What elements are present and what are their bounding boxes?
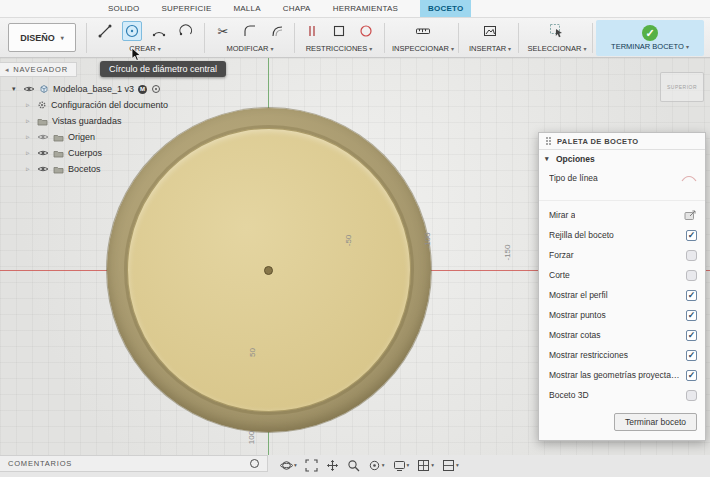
tab-boceto[interactable]: BOCETO (420, 0, 471, 17)
tab-malla[interactable]: MALLA (225, 0, 268, 17)
tree-row-root[interactable]: ▾ Modeloa_base_1 v3 M (0, 81, 190, 97)
palette-section-label: Opciones (556, 154, 595, 164)
expand-triangle-icon[interactable]: ▹ (26, 101, 33, 109)
chevron-down-icon: ▾ (583, 46, 586, 52)
browser-header[interactable]: ◂ NAVEGADOR (0, 62, 77, 77)
select-cursor-icon[interactable] (547, 21, 567, 41)
toolbar-divider (592, 23, 593, 53)
gear-icon (37, 100, 47, 110)
inspeccionar-menu-label: INSPECCIONAR (392, 44, 449, 53)
visibility-eye-icon[interactable] (37, 165, 49, 173)
tab-herramientas[interactable]: HERRAMIENTAS (325, 0, 406, 17)
tree-row-named-views[interactable]: ▹ Vistas guardadas (0, 113, 190, 129)
show-constraints-checkbox[interactable]: ✓ (686, 350, 697, 361)
snap-checkbox[interactable] (686, 250, 697, 261)
slice-checkbox[interactable] (686, 270, 697, 281)
toolbar-divider (294, 23, 295, 53)
ribbon-toolbar: DISEÑO ▾ CREAR▾ (0, 18, 710, 58)
visibility-eye-icon[interactable] (23, 85, 35, 93)
fillet-tool-icon[interactable] (240, 21, 260, 41)
inspeccionar-menu[interactable]: INSPECCIONAR▾ (388, 44, 458, 53)
palette-row-line-type: Tipo de línea (539, 168, 705, 188)
crear-menu[interactable]: CREAR▾ (90, 44, 200, 53)
browser-tree: ▾ Modeloa_base_1 v3 M ▹ Configuración de… (0, 81, 190, 177)
line-type-icon[interactable] (681, 173, 697, 183)
restricciones-menu[interactable]: RESTRICCIONES▾ (298, 44, 380, 53)
palette-section-options[interactable]: ▾ Opciones (539, 150, 705, 168)
expand-triangle-icon[interactable]: ▹ (26, 149, 33, 157)
palette-grip-icon[interactable] (545, 136, 552, 146)
sketch-palette: PALETA DE BOCETO ▾ Opciones Tipo de líne… (538, 132, 706, 441)
orbit-button[interactable]: ▾ (280, 459, 297, 472)
show-projected-checkbox[interactable]: ✓ (686, 370, 697, 381)
comments-label: COMENTARIOS (8, 459, 72, 468)
row-label: Tipo de línea (549, 173, 598, 183)
insertar-menu[interactable]: INSERTAR▾ (462, 44, 518, 53)
expand-triangle-icon[interactable]: ▹ (26, 117, 33, 125)
seleccionar-menu[interactable]: SELECCIONAR▾ (522, 44, 592, 53)
look-at-icon[interactable] (684, 209, 697, 221)
measure-tool-icon[interactable] (413, 21, 433, 41)
insert-image-icon[interactable] (480, 21, 500, 41)
tree-item-label: Origen (68, 132, 95, 142)
tab-chapa[interactable]: CHAPA (275, 0, 319, 17)
palette-row-show-profile: Mostrar el perfil ✓ (539, 285, 705, 305)
toolbar-divider (204, 23, 205, 53)
visibility-eye-icon[interactable] (37, 133, 49, 141)
chevron-down-icon: ▾ (271, 46, 274, 52)
offset-tool-icon[interactable] (267, 21, 287, 41)
visibility-eye-icon[interactable] (37, 149, 49, 157)
sketch-3d-checkbox[interactable] (686, 390, 697, 401)
show-dimensions-checkbox[interactable]: ✓ (686, 330, 697, 341)
design-workspace-dropdown[interactable]: DISEÑO ▾ (8, 23, 76, 52)
chevron-down-icon: ▾ (456, 462, 459, 468)
look-at-view-button[interactable]: ▾ (368, 459, 385, 472)
arc-tool-icon[interactable] (149, 21, 169, 41)
browser-panel: ◂ NAVEGADOR ▾ Modeloa_base_1 v3 M ▹ Conf… (0, 62, 190, 177)
finish-sketch-button[interactable]: ✓ TERMINAR BOCETO▾ (596, 20, 704, 56)
pan-button[interactable] (326, 459, 339, 472)
tangent-circle-icon[interactable] (356, 21, 376, 41)
trim-scissors-icon[interactable]: ✂ (213, 21, 233, 41)
tab-superficie[interactable]: SUPERFICIE (153, 0, 219, 17)
toolbar-group-crear: CREAR▾ (90, 20, 200, 53)
fit-view-button[interactable] (305, 459, 318, 472)
line-tool-icon[interactable] (95, 21, 115, 41)
sketch-origin-point[interactable] (264, 266, 273, 275)
viewcube[interactable]: SUPERIOR (660, 72, 704, 102)
tree-row-bodies[interactable]: ▹ Cuerpos (0, 145, 190, 161)
folder-icon (53, 133, 64, 142)
vertical-constraint-icon[interactable] (302, 21, 322, 41)
chevron-down-icon: ▾ (407, 462, 410, 468)
show-points-checkbox[interactable]: ✓ (686, 310, 697, 321)
tree-row-document-settings[interactable]: ▹ Configuración del documento (0, 97, 190, 113)
rectangle-constraint-icon[interactable] (329, 21, 349, 41)
comment-indicator-icon[interactable] (250, 459, 259, 468)
palette-header[interactable]: PALETA DE BOCETO (539, 133, 705, 150)
tree-row-sketches[interactable]: ▹ Bocetos (0, 161, 190, 177)
palette-row-show-dimensions: Mostrar cotas ✓ (539, 325, 705, 345)
target-icon[interactable] (151, 84, 161, 94)
grid-settings-button[interactable]: ▾ (417, 459, 434, 472)
circle-diameter-tool-icon[interactable] (122, 21, 142, 41)
chevron-down-icon: ▾ (61, 34, 64, 41)
finish-sketch-palette-button[interactable]: Terminar boceto (614, 413, 697, 431)
tab-solido[interactable]: SOLIDO (100, 0, 147, 17)
toolbar-divider (384, 23, 385, 53)
sketch-grid-checkbox[interactable]: ✓ (686, 230, 697, 241)
arc-3point-tool-icon[interactable] (176, 21, 196, 41)
toolbar-group-modificar: ✂ MODIFICAR▾ (208, 20, 292, 53)
viewports-button[interactable]: ▾ (442, 459, 459, 472)
palette-row-slice: Corte (539, 265, 705, 285)
expand-triangle-icon[interactable]: ▾ (12, 85, 19, 93)
row-label: Mostrar cotas (549, 330, 601, 340)
display-settings-button[interactable]: ▾ (393, 459, 410, 472)
modificar-menu[interactable]: MODIFICAR▾ (208, 44, 292, 53)
comments-panel[interactable]: COMENTARIOS (0, 455, 268, 472)
expand-triangle-icon[interactable]: ▹ (26, 133, 33, 141)
tree-row-origin[interactable]: ▹ Origen (0, 129, 190, 145)
show-profile-checkbox[interactable]: ✓ (686, 290, 697, 301)
zoom-button[interactable] (347, 459, 360, 472)
palette-row-3d-sketch: Boceto 3D (539, 385, 705, 405)
expand-triangle-icon[interactable]: ▹ (26, 165, 33, 173)
